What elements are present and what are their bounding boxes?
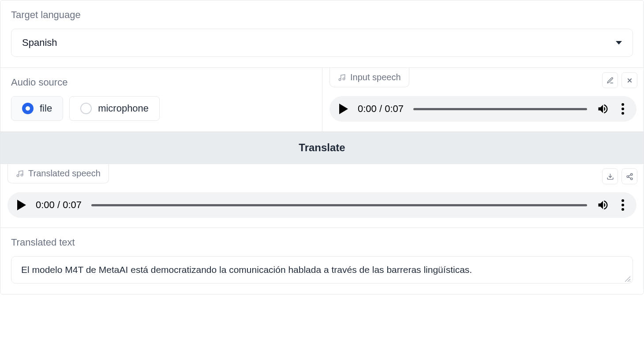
translated-text-label: Translated text <box>11 237 633 248</box>
translated-speech-tab: Translated speech <box>7 164 109 183</box>
share-icon <box>626 173 633 180</box>
volume-button[interactable] <box>597 103 609 115</box>
target-language-section: Target language Spanish <box>0 0 644 67</box>
input-speech-tab-label: Input speech <box>350 72 401 82</box>
radio-label-microphone: microphone <box>98 103 149 114</box>
pencil-icon <box>607 77 614 84</box>
dot-icon <box>622 204 624 206</box>
translated-text-value: El modelo M4T de MetaAI está democratiza… <box>21 265 472 275</box>
input-audio-player: 0:00 / 0:07 <box>329 96 637 122</box>
translate-button[interactable]: Translate <box>0 131 644 164</box>
app-container: Target language Spanish Audio source fil… <box>0 0 644 295</box>
translated-speech-tab-label: Translated speech <box>28 168 101 179</box>
translated-speech-section: Translated speech 0:00 / 0:07 <box>0 164 644 227</box>
music-note-icon <box>338 74 346 82</box>
share-button[interactable] <box>622 168 637 184</box>
target-language-label: Target language <box>11 9 633 21</box>
audio-source-label: Audio source <box>11 77 311 88</box>
volume-icon <box>597 103 609 115</box>
output-audio-track[interactable] <box>91 204 587 206</box>
dot-icon <box>622 208 624 211</box>
output-audio-player: 0:00 / 0:07 <box>7 192 637 218</box>
edit-button[interactable] <box>602 72 618 88</box>
download-button[interactable] <box>602 168 618 184</box>
input-speech-tab: Input speech <box>329 68 409 87</box>
target-language-dropdown[interactable]: Spanish <box>11 29 633 57</box>
dot-icon <box>622 199 624 202</box>
audio-source-options: file microphone <box>11 96 311 121</box>
svg-point-5 <box>627 175 629 177</box>
svg-point-0 <box>339 78 341 81</box>
dot-icon <box>622 103 624 106</box>
input-audio-time: 0:00 / 0:07 <box>358 103 404 115</box>
output-audio-time: 0:00 / 0:07 <box>36 199 82 211</box>
close-icon <box>626 77 633 84</box>
svg-point-3 <box>21 174 23 176</box>
play-button[interactable] <box>339 104 348 114</box>
radio-label-file: file <box>40 103 52 114</box>
audio-menu-button[interactable] <box>619 101 627 116</box>
svg-point-2 <box>17 175 19 177</box>
clear-button[interactable] <box>622 72 637 88</box>
play-button[interactable] <box>17 200 26 210</box>
radio-icon <box>80 103 92 114</box>
audio-source-file[interactable]: file <box>11 96 63 121</box>
audio-row: Audio source file microphone Input speec… <box>0 67 644 131</box>
input-speech-section: Input speech 0:00 / 0:07 <box>322 68 644 131</box>
svg-point-4 <box>630 173 632 175</box>
dot-icon <box>622 112 624 115</box>
svg-point-6 <box>630 178 632 179</box>
music-note-icon <box>16 170 24 178</box>
dot-icon <box>622 108 624 110</box>
audio-menu-button[interactable] <box>619 198 627 213</box>
caret-down-icon <box>616 41 622 45</box>
target-language-value: Spanish <box>22 37 57 48</box>
audio-source-section: Audio source file microphone <box>0 68 322 131</box>
translated-text-section: Translated text El modelo M4T de MetaAI … <box>0 227 644 294</box>
volume-button[interactable] <box>597 199 609 211</box>
radio-icon <box>22 103 34 114</box>
translated-text-output[interactable]: El modelo M4T de MetaAI está democratiza… <box>11 256 633 283</box>
volume-icon <box>597 199 609 211</box>
svg-point-1 <box>343 78 345 80</box>
download-icon <box>607 173 614 180</box>
input-audio-track[interactable] <box>413 108 587 110</box>
audio-source-microphone[interactable]: microphone <box>69 96 160 121</box>
resize-handle-icon[interactable] <box>625 276 631 282</box>
